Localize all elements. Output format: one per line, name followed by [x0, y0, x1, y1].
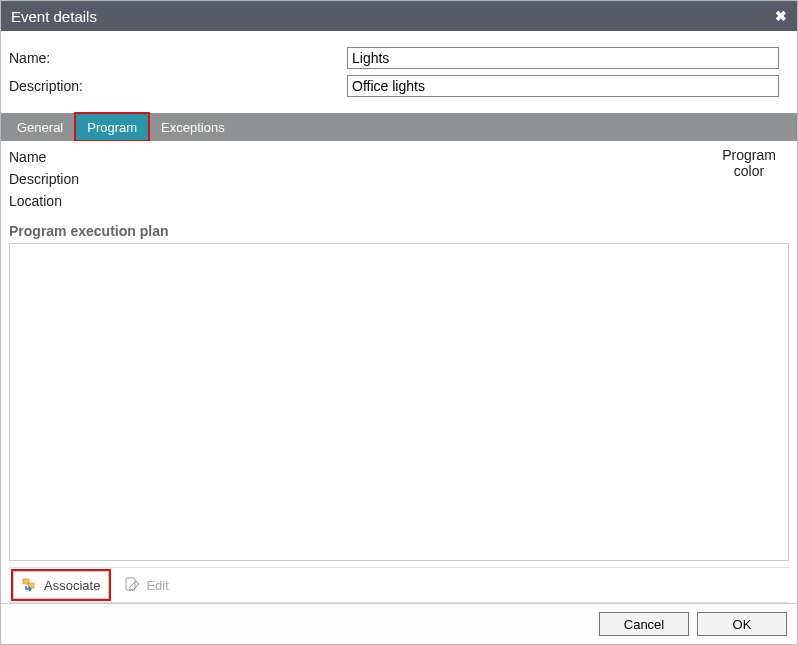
- description-label: Description:: [9, 78, 347, 94]
- associate-button[interactable]: Associate: [13, 571, 109, 599]
- form-area: Name: Description:: [1, 31, 797, 113]
- plan-box: [9, 243, 789, 561]
- edit-button: Edit: [115, 571, 177, 599]
- name-row: Name:: [9, 47, 789, 69]
- program-color-label: Program color: [709, 147, 789, 179]
- tab-program[interactable]: Program: [75, 113, 149, 141]
- cancel-button[interactable]: Cancel: [599, 612, 689, 636]
- tab-exceptions[interactable]: Exceptions: [149, 113, 237, 141]
- dialog-footer: Cancel OK: [1, 603, 797, 644]
- prog-location-label: Location: [9, 191, 79, 211]
- edit-icon: [124, 577, 140, 593]
- prog-name-label: Name: [9, 147, 79, 167]
- prog-description-label: Description: [9, 169, 79, 189]
- ok-button[interactable]: OK: [697, 612, 787, 636]
- program-info-top: Name Description Location Program color: [9, 147, 789, 211]
- window-title: Event details: [11, 8, 97, 25]
- description-row: Description:: [9, 75, 789, 97]
- program-toolbar: Associate Edit: [9, 567, 789, 603]
- event-details-dialog: Event details ✖ Name: Description: Gener…: [0, 0, 798, 645]
- plan-header: Program execution plan: [9, 223, 789, 239]
- associate-label: Associate: [44, 578, 100, 593]
- program-panel: Name Description Location Program color …: [1, 141, 797, 603]
- titlebar: Event details ✖: [1, 1, 797, 31]
- associate-icon: [22, 577, 38, 593]
- name-input[interactable]: [347, 47, 779, 69]
- edit-label: Edit: [146, 578, 168, 593]
- tab-general[interactable]: General: [5, 113, 75, 141]
- program-info-labels: Name Description Location: [9, 147, 79, 211]
- tabstrip: General Program Exceptions: [1, 113, 797, 141]
- close-icon[interactable]: ✖: [775, 8, 787, 24]
- name-label: Name:: [9, 50, 347, 66]
- description-input[interactable]: [347, 75, 779, 97]
